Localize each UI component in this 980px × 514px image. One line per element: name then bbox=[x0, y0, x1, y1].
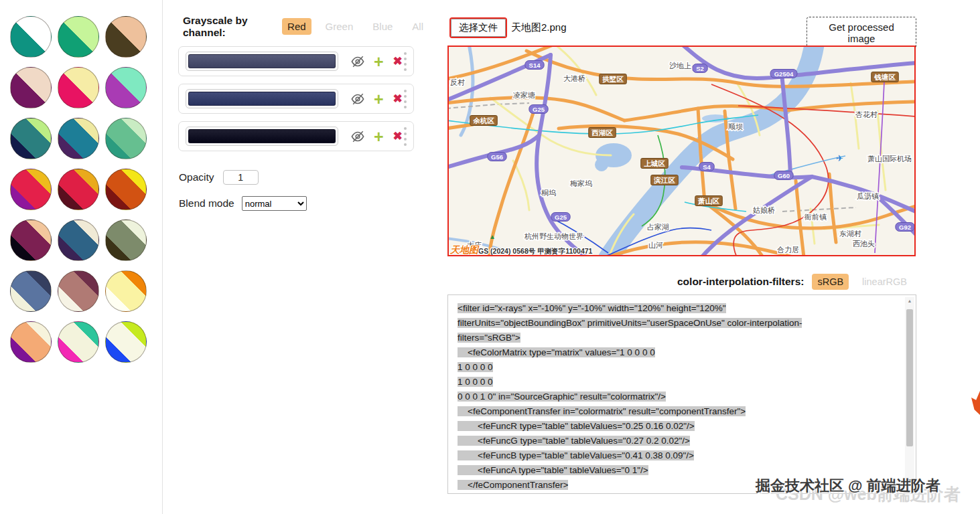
remove-stop-button[interactable]: ✖ bbox=[393, 129, 403, 143]
district-badge-label: 拱墅区 bbox=[602, 75, 624, 83]
palette-swatch[interactable] bbox=[58, 118, 99, 159]
code-line: filters="sRGB"> bbox=[458, 331, 896, 345]
code-scrollbar[interactable]: ▲ ▼ bbox=[905, 297, 914, 485]
road-shield-label: G2504 bbox=[774, 70, 794, 78]
blend-mode-label: Blend mode bbox=[179, 197, 234, 209]
map-place-label: 顺坝 bbox=[728, 122, 743, 131]
scrollbar-up-arrow[interactable]: ▲ bbox=[908, 297, 912, 305]
map-preview: ✈ ▲ S14G25G56G25S2G2504S4G60G92拱墅区钱塘区余杭区… bbox=[449, 47, 914, 255]
palette-swatch[interactable] bbox=[10, 169, 52, 210]
channel-button-all[interactable]: All bbox=[407, 18, 429, 35]
channel-button-red[interactable]: Red bbox=[282, 18, 311, 35]
palette-swatch[interactable] bbox=[105, 16, 147, 58]
palette-swatch[interactable] bbox=[10, 270, 52, 312]
map-place-label: 西池头 bbox=[853, 240, 875, 248]
road-shield-label: S2 bbox=[696, 65, 704, 72]
palette-swatch[interactable] bbox=[105, 220, 147, 261]
map-place-label: 杏花村 bbox=[855, 110, 878, 118]
filter-code-lines: <filter id="x-rays" x="-10%" y="-10%" wi… bbox=[458, 301, 896, 493]
visibility-toggle-icon[interactable] bbox=[350, 130, 366, 143]
palette-swatch[interactable] bbox=[58, 220, 99, 261]
palette-sidebar bbox=[0, 0, 163, 514]
filter-code-block[interactable]: <filter id="x-rays" x="-10%" y="-10%" wi… bbox=[447, 294, 916, 494]
scrollbar-thumb[interactable] bbox=[906, 309, 913, 446]
opacity-label: Opacity bbox=[179, 171, 214, 183]
remove-stop-button[interactable]: ✖ bbox=[393, 92, 403, 106]
drag-handle[interactable] bbox=[404, 52, 407, 71]
palette-swatch[interactable] bbox=[10, 67, 52, 108]
get-processed-image-button[interactable]: Get processed image bbox=[807, 17, 916, 49]
color-interpolation-options: sRGBlinearRGB bbox=[804, 276, 912, 288]
channel-controls-panel: Grayscale by channel: RedGreenBlueAll +✖… bbox=[163, 0, 429, 211]
road-shield-label: G25 bbox=[533, 106, 545, 113]
map-place-label: 衙前镇 bbox=[804, 213, 827, 221]
code-line: filterUnits="objectBoundingBox" primitiv… bbox=[458, 316, 896, 331]
code-line: <feColorMatrix type="matrix" values="1 0… bbox=[458, 345, 896, 360]
gradient-bar-fill bbox=[188, 129, 336, 143]
palette-swatch[interactable] bbox=[105, 169, 147, 210]
add-stop-button[interactable]: + bbox=[374, 92, 384, 106]
map-place-label: 姑娘桥 bbox=[752, 206, 775, 214]
palette-swatch[interactable] bbox=[10, 118, 52, 159]
watermark-logo-fragment bbox=[971, 391, 980, 415]
map-place-label: 东湖村 bbox=[839, 230, 861, 238]
image-preview-panel: 选择文件 天地图2.png Get processed image bbox=[447, 0, 916, 514]
selected-filename: 天地图2.png bbox=[511, 21, 567, 34]
remove-stop-button[interactable]: ✖ bbox=[393, 54, 403, 68]
file-upload-row: 选择文件 天地图2.png Get processed image bbox=[447, 0, 916, 43]
gradient-stop-list: +✖+✖+✖ bbox=[163, 46, 429, 151]
channel-title: Grayscale by channel: bbox=[183, 15, 273, 39]
code-line: <feFuncB type="table" tableValues="0.41 … bbox=[458, 448, 896, 463]
channel-header: Grayscale by channel: RedGreenBlueAll bbox=[183, 15, 429, 39]
cif-option-srgb[interactable]: sRGB bbox=[812, 274, 849, 290]
opacity-input[interactable] bbox=[223, 170, 259, 185]
gradient-bar[interactable] bbox=[186, 126, 338, 146]
color-interpolation-row: color-interpolation-filters: sRGBlinearR… bbox=[447, 272, 912, 292]
map-place-label: 沙地上 bbox=[669, 62, 691, 70]
palette-swatch[interactable] bbox=[105, 321, 147, 363]
map-place-label: 桐坞 bbox=[541, 189, 556, 197]
color-interpolation-label: color-interpolation-filters: bbox=[677, 276, 804, 288]
map-place-label: 合力居 bbox=[777, 246, 799, 254]
road-shield-label: S4 bbox=[703, 163, 711, 171]
visibility-toggle-icon[interactable] bbox=[350, 55, 366, 68]
palette-swatch[interactable] bbox=[58, 321, 99, 363]
gradient-stop-card: +✖ bbox=[178, 84, 414, 114]
blend-mode-select[interactable]: normal bbox=[242, 196, 307, 211]
palette-swatch[interactable] bbox=[58, 169, 99, 210]
palette-swatch[interactable] bbox=[105, 67, 147, 108]
visibility-toggle-icon[interactable] bbox=[350, 92, 366, 106]
palette-swatch[interactable] bbox=[105, 118, 147, 159]
district-badge-label: 余杭区 bbox=[472, 116, 494, 124]
palette-swatch[interactable] bbox=[58, 67, 99, 108]
gradient-bar[interactable] bbox=[186, 52, 338, 71]
add-stop-button[interactable]: + bbox=[374, 55, 384, 68]
add-stop-button[interactable]: + bbox=[374, 130, 384, 143]
watermark-juejin: 掘金技术社区 @ 前端进阶者 bbox=[756, 476, 940, 496]
palette-swatch[interactable] bbox=[58, 16, 99, 58]
grayscale-filter-app: Grayscale by channel: RedGreenBlueAll +✖… bbox=[0, 0, 980, 514]
cif-option-linearrgb[interactable]: linearRGB bbox=[857, 274, 912, 290]
palette-swatch[interactable] bbox=[10, 16, 52, 58]
map-place-label: 反村 bbox=[450, 78, 465, 86]
district-badge-label: 西湖区 bbox=[591, 128, 613, 137]
code-line: <feFuncG type="table" tableValues="0.27 … bbox=[458, 434, 896, 448]
scrollbar-track[interactable] bbox=[906, 305, 913, 477]
palette-swatch[interactable] bbox=[10, 321, 52, 363]
map-place-label: 山河 bbox=[648, 241, 663, 249]
drag-handle[interactable] bbox=[404, 127, 407, 146]
palette-swatch[interactable] bbox=[58, 270, 99, 312]
airport-plane-icon: ✈ bbox=[836, 153, 843, 163]
zoo-tree-icon: ▲ bbox=[489, 233, 496, 240]
gradient-stop-card: +✖ bbox=[178, 46, 414, 76]
palette-swatch[interactable] bbox=[105, 270, 147, 312]
palette-swatch[interactable] bbox=[10, 220, 52, 261]
road-shield-label: G56 bbox=[491, 153, 503, 161]
gradient-stop-card: +✖ bbox=[178, 121, 414, 151]
drag-handle[interactable] bbox=[404, 90, 407, 108]
gradient-bar[interactable] bbox=[186, 89, 338, 108]
channel-button-blue[interactable]: Blue bbox=[367, 18, 398, 35]
channel-button-green[interactable]: Green bbox=[320, 18, 359, 35]
choose-file-button[interactable]: 选择文件 bbox=[451, 19, 506, 37]
map-place-label: 凌家塘 bbox=[513, 91, 535, 99]
